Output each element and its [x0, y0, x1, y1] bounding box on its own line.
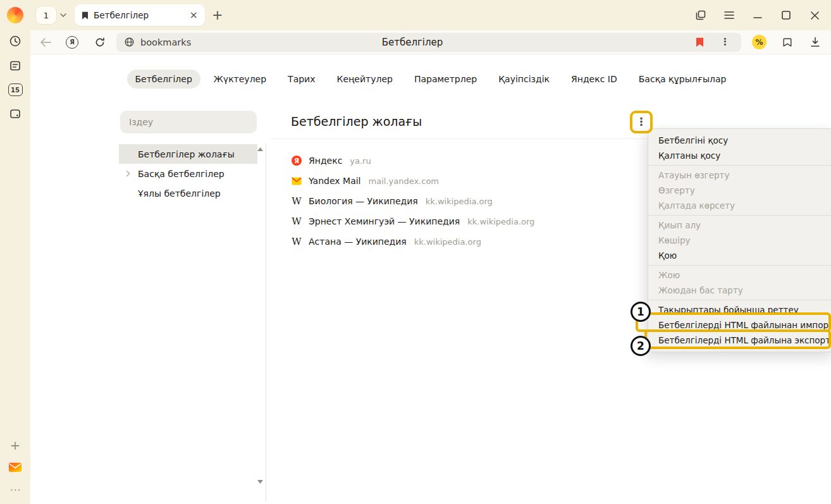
- wikipedia-favicon: W: [292, 197, 301, 206]
- browser-logo[interactable]: [7, 7, 23, 23]
- folder-item-label: Басқа бетбелгілер: [138, 169, 225, 179]
- tab-count: 1: [35, 6, 57, 25]
- download-icon[interactable]: [808, 35, 822, 49]
- maximize-icon[interactable]: [780, 9, 792, 21]
- bookmark-url: mail.yandex.com: [369, 176, 440, 186]
- bookmark-row[interactable]: Yandex Mail mail.yandex.com: [291, 171, 658, 191]
- panel-divider: [266, 144, 266, 501]
- bookmark-row[interactable]: W Эрнест Хемингуэй — Уикипедия kk.wikipe…: [291, 211, 658, 231]
- menu-item-cut: Қиып алу: [648, 218, 831, 233]
- mail-icon[interactable]: [8, 460, 22, 474]
- bookmark-row[interactable]: Я Яндекс ya.ru: [291, 151, 658, 171]
- bookmark-url: kk.wikipedia.org: [414, 237, 481, 247]
- bookmark-row[interactable]: W Биология — Уикипедия kk.wikipedia.org: [291, 191, 658, 211]
- tab-bar: 1 Бетбелгілер × +: [30, 0, 831, 30]
- menu-icon[interactable]: [723, 9, 735, 21]
- bookmark-url: kk.wikipedia.org: [467, 217, 534, 226]
- tab-extensions[interactable]: Кеңейтулер: [329, 70, 401, 89]
- date-badge[interactable]: 15: [8, 83, 23, 96]
- menu-item-add-folder[interactable]: Қалтаны қосу: [648, 148, 831, 163]
- browser-toolbar: Я bookmarks Бетбелгілер ⋮ %: [30, 30, 831, 54]
- bookmark-icon: [82, 11, 89, 20]
- menu-item-edit: Өзгерту: [648, 183, 831, 198]
- folders-list: Бетбелгілер жолағы Басқа бетбелгілер Ұял…: [119, 144, 257, 203]
- folder-item-label: Ұялы бетбелгілер: [138, 188, 221, 199]
- menu-item-show-in-folder: Қалтада көрсету: [648, 198, 831, 213]
- browser-side-rail: 15 + ⋯: [0, 0, 30, 504]
- menu-item-import-html[interactable]: Бетбелгілерді HTML файлынан импорттау: [648, 317, 831, 333]
- tab-downloads[interactable]: Жүктеулер: [206, 70, 274, 89]
- scroll-up-icon[interactable]: [257, 147, 263, 151]
- bookmark-title: Астана — Уикипедия: [309, 237, 407, 247]
- wikipedia-favicon: W: [292, 237, 301, 247]
- bookmark-row[interactable]: W Астана — Уикипедия kk.wikipedia.org: [291, 231, 658, 252]
- panels-icon[interactable]: [695, 9, 706, 21]
- address-bar[interactable]: bookmarks Бетбелгілер ⋮: [116, 33, 741, 52]
- tab-settings[interactable]: Параметрлер: [406, 70, 485, 89]
- folder-item-mobile-bookmarks[interactable]: Ұялы бетбелгілер: [119, 183, 257, 203]
- page-title: Бетбелгілер: [382, 37, 443, 48]
- refresh-icon[interactable]: [93, 35, 107, 49]
- bookmark-flag-icon[interactable]: [696, 37, 704, 47]
- back-icon: [39, 35, 52, 49]
- address-text: bookmarks: [140, 37, 191, 47]
- history-icon[interactable]: [8, 34, 22, 48]
- context-menu: Бетбелгіні қосу Қалтаны қосу Атауын өзге…: [648, 128, 831, 352]
- add-panel-icon[interactable]: +: [8, 438, 22, 452]
- tab-bookmarks[interactable]: Бетбелгілер: [127, 70, 200, 89]
- tab-yandex-id[interactable]: Яндекс ID: [563, 70, 625, 89]
- video-call-icon[interactable]: [8, 107, 22, 121]
- tab-security[interactable]: Қауіпсіздік: [490, 70, 558, 89]
- menu-item-rename: Атауын өзгерту: [648, 168, 831, 183]
- chevron-right-icon[interactable]: [126, 170, 130, 177]
- menu-item-export-html[interactable]: Бетбелгілерді HTML файлына экспорттау: [648, 333, 831, 348]
- folder-item-bookmarks-bar[interactable]: Бетбелгілер жолағы: [119, 144, 257, 164]
- bookmark-url: ya.ru: [350, 156, 371, 166]
- menu-item-add-bookmark[interactable]: Бетбелгіні қосу: [648, 133, 831, 148]
- bookmark-url: kk.wikipedia.org: [426, 197, 493, 206]
- window-controls: [695, 9, 831, 21]
- globe-icon: [124, 37, 135, 47]
- tab-counter[interactable]: 1: [35, 6, 66, 25]
- feed-icon[interactable]: [8, 59, 22, 73]
- bookmark-title: Биология — Уикипедия: [309, 196, 418, 206]
- menu-item-sort-by-title[interactable]: Тақырыптары бойынша реттеу: [648, 302, 831, 317]
- bookmark-title: Эрнест Хемингуэй — Уикипедия: [309, 216, 460, 226]
- close-window-icon[interactable]: [809, 9, 820, 21]
- minimize-icon[interactable]: [752, 9, 763, 21]
- folder-item-other-bookmarks[interactable]: Басқа бетбелгілер: [119, 164, 257, 183]
- bookmarks-list: Я Яндекс ya.ru Yandex Mail mail.yandex.c…: [291, 151, 658, 252]
- yandex-home-icon[interactable]: Я: [66, 36, 78, 49]
- settings-nav: Бетбелгілер Жүктеулер Тарих Кеңейтулер П…: [30, 70, 831, 89]
- active-tab[interactable]: Бетбелгілер ×: [75, 4, 205, 26]
- menu-item-undo-delete: Жоюдан бас тарту: [648, 283, 831, 298]
- folder-header: Бетбелгілер жолағы: [291, 114, 422, 128]
- bookmark-title: Yandex Mail: [309, 176, 361, 186]
- tab-other-devices[interactable]: Басқа құрылғылар: [631, 70, 735, 89]
- mail-favicon: [291, 177, 302, 185]
- chevron-down-icon: [60, 13, 66, 17]
- wikipedia-favicon: W: [292, 217, 301, 226]
- new-tab-button[interactable]: +: [212, 9, 223, 22]
- more-icon[interactable]: ⋯: [8, 482, 22, 496]
- address-more-icon[interactable]: ⋮: [720, 37, 730, 47]
- menu-item-delete: Жою: [648, 267, 831, 283]
- yandex-favicon: Я: [292, 156, 302, 166]
- bookmark-title: Яндекс: [309, 156, 342, 166]
- tab-history[interactable]: Тарих: [280, 70, 323, 89]
- menu-item-paste[interactable]: Қою: [648, 248, 831, 263]
- folder-item-label: Бетбелгілер жолағы: [138, 149, 235, 159]
- collections-icon[interactable]: [780, 35, 794, 49]
- search-input[interactable]: [120, 111, 257, 133]
- header-divider: [271, 138, 662, 139]
- yandex-browser-window: 15 + ⋯ 1 Бетбелгілер × +: [0, 0, 831, 504]
- scroll-down-icon[interactable]: [257, 480, 263, 484]
- plus-points-icon[interactable]: %: [752, 35, 766, 49]
- tab-title: Бетбелгілер: [94, 10, 185, 20]
- close-tab-icon[interactable]: ×: [190, 10, 198, 20]
- menu-item-copy: Көшіру: [648, 233, 831, 248]
